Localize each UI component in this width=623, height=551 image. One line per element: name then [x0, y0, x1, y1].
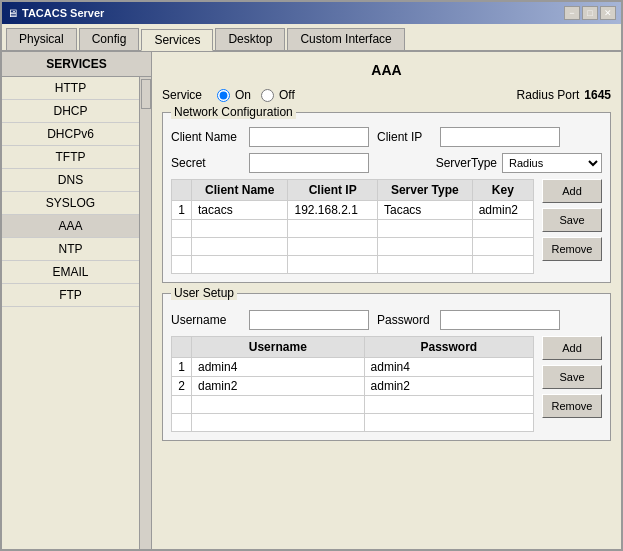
row-client-ip: 192.168.2.1 [288, 201, 378, 220]
sidebar-item-ntp[interactable]: NTP [2, 238, 139, 261]
window-icon: 🖥 [7, 7, 18, 19]
empty-row [172, 220, 534, 238]
user-table: Username Password 1 admin4 admin4 [171, 336, 534, 432]
server-type-group: ServerType Radius TACACS [436, 153, 602, 173]
user-save-button[interactable]: Save [542, 365, 602, 389]
radius-port-label: Radius Port [517, 88, 580, 102]
user-remove-button[interactable]: Remove [542, 394, 602, 418]
radius-port-value: 1645 [584, 88, 611, 102]
network-config-section: Network Configuration Client Name Client… [162, 112, 611, 283]
close-button[interactable]: ✕ [600, 6, 616, 20]
client-ip-label: Client IP [377, 130, 432, 144]
empty-row [172, 414, 534, 432]
user-table-row-1[interactable]: 1 admin4 admin4 [172, 358, 534, 377]
radius-port-group: Radius Port 1645 [517, 88, 611, 102]
col-server-type: Server Type [377, 180, 472, 201]
main-panel: AAA Service On Off Radius Port 1645 [152, 52, 621, 549]
sidebar-header: SERVICES [2, 52, 151, 77]
sidebar-item-dhcpv6[interactable]: DHCPv6 [2, 123, 139, 146]
tab-config[interactable]: Config [79, 28, 140, 50]
off-label: Off [279, 88, 295, 102]
password-label: Password [377, 313, 432, 327]
user-table-buttons: Add Save Remove [542, 336, 602, 432]
window-title: TACACS Server [22, 7, 104, 19]
user-col-password: Password [364, 337, 533, 358]
minimize-button[interactable]: − [564, 6, 580, 20]
tab-physical[interactable]: Physical [6, 28, 77, 50]
network-remove-button[interactable]: Remove [542, 237, 602, 261]
network-config-label: Network Configuration [171, 105, 296, 119]
username-label: Username [171, 313, 241, 327]
sidebar-item-dhcp[interactable]: DHCP [2, 100, 139, 123]
network-table-area: Client Name Client IP Server Type Key 1 … [171, 179, 602, 274]
sidebar-item-dns[interactable]: DNS [2, 169, 139, 192]
network-table-buttons: Add Save Remove [542, 179, 602, 274]
user-col-username: Username [192, 337, 365, 358]
user-setup-label: User Setup [171, 286, 237, 300]
user-row-num-1: 1 [172, 358, 192, 377]
user-username-2: damin2 [192, 377, 365, 396]
sidebar-item-http[interactable]: HTTP [2, 77, 139, 100]
password-input[interactable] [440, 310, 560, 330]
maximize-button[interactable]: □ [582, 6, 598, 20]
sidebar-item-ftp[interactable]: FTP [2, 284, 139, 307]
service-row: Service On Off Radius Port 1645 [162, 88, 611, 102]
client-name-label: Client Name [171, 130, 241, 144]
col-client-ip: Client IP [288, 180, 378, 201]
on-radio[interactable] [217, 89, 230, 102]
row-client-name: tacacs [192, 201, 288, 220]
off-radio[interactable] [261, 89, 274, 102]
empty-row [172, 256, 534, 274]
user-username-1: admin4 [192, 358, 365, 377]
sidebar-item-email[interactable]: EMAIL [2, 261, 139, 284]
client-ip-input[interactable] [440, 127, 560, 147]
row-server-type: Tacacs [377, 201, 472, 220]
col-key: Key [472, 180, 533, 201]
content-area: SERVICES HTTP DHCP DHCPv6 TFTP DNS SYSLO… [2, 52, 621, 549]
user-table-row-2[interactable]: 2 damin2 admin2 [172, 377, 534, 396]
tab-custom-interface[interactable]: Custom Interface [287, 28, 404, 50]
sidebar-item-tftp[interactable]: TFTP [2, 146, 139, 169]
user-add-button[interactable]: Add [542, 336, 602, 360]
section-title: AAA [162, 62, 611, 78]
col-num-1 [172, 180, 192, 201]
sidebar-item-aaa[interactable]: AAA [2, 215, 139, 238]
server-type-label: ServerType [436, 156, 497, 170]
tab-bar: Physical Config Services Desktop Custom … [2, 24, 621, 52]
client-name-row: Client Name Client IP [171, 127, 602, 147]
user-setup-section: User Setup Username Password Username [162, 293, 611, 441]
network-table-row[interactable]: 1 tacacs 192.168.2.1 Tacacs admin2 [172, 201, 534, 220]
network-save-button[interactable]: Save [542, 208, 602, 232]
window: 🖥 TACACS Server − □ ✕ Physical Config Se… [0, 0, 623, 551]
username-input[interactable] [249, 310, 369, 330]
secret-row: Secret ServerType Radius TACACS [171, 153, 602, 173]
username-row: Username Password [171, 310, 602, 330]
tab-services[interactable]: Services [141, 29, 213, 51]
sidebar-item-syslog[interactable]: SYSLOG [2, 192, 139, 215]
on-label: On [235, 88, 251, 102]
on-radio-group: On [217, 88, 251, 102]
secret-label: Secret [171, 156, 241, 170]
title-bar: 🖥 TACACS Server − □ ✕ [2, 2, 621, 24]
user-password-2: admin2 [364, 377, 533, 396]
col-client-name: Client Name [192, 180, 288, 201]
sidebar-scrollbar[interactable] [139, 77, 151, 549]
off-radio-group: Off [261, 88, 295, 102]
user-col-num [172, 337, 192, 358]
network-table: Client Name Client IP Server Type Key 1 … [171, 179, 534, 274]
sidebar: SERVICES HTTP DHCP DHCPv6 TFTP DNS SYSLO… [2, 52, 152, 549]
empty-row [172, 238, 534, 256]
empty-row [172, 396, 534, 414]
secret-input[interactable] [249, 153, 369, 173]
user-password-1: admin4 [364, 358, 533, 377]
row-key: admin2 [472, 201, 533, 220]
client-name-input[interactable] [249, 127, 369, 147]
row-num-1: 1 [172, 201, 192, 220]
service-label: Service [162, 88, 202, 102]
server-type-select[interactable]: Radius TACACS [502, 153, 602, 173]
tab-desktop[interactable]: Desktop [215, 28, 285, 50]
user-row-num-2: 2 [172, 377, 192, 396]
network-add-button[interactable]: Add [542, 179, 602, 203]
user-table-area: Username Password 1 admin4 admin4 [171, 336, 602, 432]
